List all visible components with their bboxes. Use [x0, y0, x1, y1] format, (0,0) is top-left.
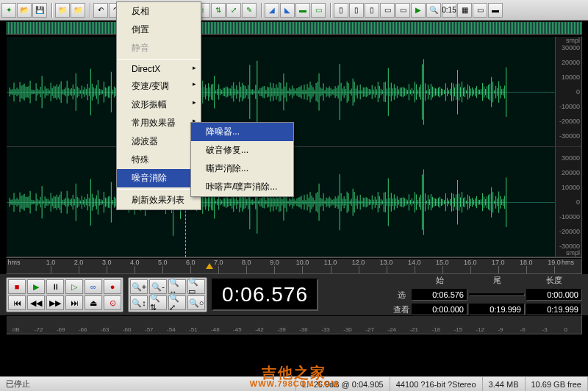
- menu-item[interactable]: 倒置: [117, 21, 201, 39]
- amp-ruler-left: smpl 30000 20000 10000 0 -10000 -20000 -…: [555, 37, 581, 146]
- pause-button[interactable]: ⏸: [46, 279, 64, 294]
- submenu-item[interactable]: 咔嗒声/噗声消除...: [191, 178, 293, 196]
- menu-item[interactable]: 常用效果器: [117, 114, 201, 132]
- tool-v3[interactable]: ▯: [365, 3, 379, 18]
- submenu-item[interactable]: 破音修复...: [191, 141, 293, 159]
- time-display: 0:06.576: [212, 279, 318, 311]
- sel-start[interactable]: 0:06.576: [412, 289, 467, 301]
- submenu-item[interactable]: 嘶声消除...: [191, 159, 293, 178]
- tool-v2[interactable]: ▯: [349, 3, 364, 18]
- play-sel-button[interactable]: ▷: [65, 279, 83, 294]
- tool-v4[interactable]: ▭: [380, 3, 395, 18]
- status-free: 10.69 GB free: [526, 377, 589, 391]
- stop-button[interactable]: ■: [8, 279, 26, 294]
- menu-item[interactable]: 特殊: [117, 151, 201, 169]
- menu-item[interactable]: 反相: [117, 2, 201, 21]
- tool-open[interactable]: 📂: [17, 3, 32, 18]
- tool-grid[interactable]: ▦: [457, 3, 472, 18]
- eject-button[interactable]: ⏏: [85, 295, 102, 310]
- zoom-controls: 🔍+ 🔍- 🔍↔ 🔍▭ 🔍↕ 🔍⇅ 🔍⤢ 🔍○: [128, 277, 207, 312]
- tool-zoom[interactable]: 🔍: [426, 3, 441, 18]
- forward-button[interactable]: ▶▶: [46, 295, 64, 310]
- tool-save[interactable]: 💾: [32, 3, 47, 18]
- status-state: 已停止: [0, 377, 296, 391]
- rewind-full-button[interactable]: ⏮: [8, 295, 26, 310]
- submenu-item[interactable]: 降噪器...: [191, 123, 293, 141]
- selection-grid: 始 尾 长度 选 0:06.576 0:00.000 查看 0:00.000 0…: [392, 273, 582, 316]
- menu-item[interactable]: 变速/变调: [117, 77, 201, 96]
- menu-item[interactable]: 刷新效果列表: [117, 191, 201, 209]
- status-size: 3.44 MB: [483, 377, 526, 391]
- zoom-fit-button[interactable]: 🔍↔: [168, 279, 186, 294]
- tool-e2[interactable]: ⇅: [211, 3, 226, 18]
- rewind-button[interactable]: ◀◀: [27, 295, 45, 310]
- time-ruler[interactable]: hms hms 1.02.03.04.05.06.07.08.09.010.01…: [6, 258, 582, 274]
- sel-end[interactable]: [469, 293, 525, 296]
- tool-f4[interactable]: ▭: [311, 3, 326, 18]
- forward-full-button[interactable]: ⏭: [65, 295, 83, 310]
- tool-time[interactable]: 0:15: [442, 3, 456, 18]
- play-button[interactable]: ▶: [27, 279, 45, 294]
- tool-f1[interactable]: ◢: [265, 3, 279, 18]
- tool-e4[interactable]: ✎: [242, 3, 257, 18]
- zoom-reset-button[interactable]: 🔍○: [187, 295, 205, 310]
- tool-f2[interactable]: ◣: [280, 3, 295, 18]
- status-lr: L: -26.9dB @ 0:04.905: [296, 377, 390, 391]
- transport-panel: ■ ▶ ⏸ ▷ ∞ ● ⏮ ◀◀ ▶▶ ⏭ ⏏ ⊙ 🔍+ 🔍- 🔍↔ 🔍▭ 🔍↕…: [0, 274, 588, 315]
- noise-submenu[interactable]: 降噪器...破音修复...嘶声消除...咔嗒声/噗声消除...: [190, 122, 294, 197]
- tool-v1[interactable]: ▯: [334, 3, 348, 18]
- tool-v5[interactable]: ▭: [395, 3, 410, 18]
- tool-f3[interactable]: ▬: [295, 3, 310, 18]
- menu-item[interactable]: 滤波器: [117, 132, 201, 151]
- tool-new[interactable]: ✦: [1, 3, 16, 18]
- level-meter: dB-72-69-66-63-60-57-54-51-48-45-42-39-3…: [6, 315, 582, 334]
- zoom-sel-button[interactable]: 🔍▭: [187, 279, 205, 294]
- amp-ruler-right: 30000 20000 10000 0 -10000 -20000 -30000…: [555, 147, 581, 257]
- zoom-in-button[interactable]: 🔍+: [130, 279, 148, 294]
- record-stop-button[interactable]: ⊙: [104, 295, 121, 310]
- status-bar: 已停止 L: -26.9dB @ 0:04.905 44100 ?16-bit …: [0, 376, 588, 391]
- tool-undo[interactable]: ↶: [93, 3, 108, 18]
- tool-e3[interactable]: ⤢: [226, 3, 241, 18]
- tool-folder1[interactable]: 📁: [55, 3, 70, 18]
- zoom-v-out-button[interactable]: 🔍⇅: [149, 295, 167, 310]
- status-format: 44100 ?16-bit ?Stereo: [390, 377, 483, 391]
- menu-item[interactable]: DirectX: [117, 61, 201, 77]
- menu-item[interactable]: 波形振幅: [117, 96, 201, 114]
- zoom-out-button[interactable]: 🔍-: [149, 279, 167, 294]
- effects-menu[interactable]: 反相倒置静音DirectX变速/变调波形振幅常用效果器滤波器特殊噪音消除刷新效果…: [116, 1, 201, 210]
- overview-strip[interactable]: [6, 21, 582, 35]
- zoom-v-fit-button[interactable]: 🔍⤢: [168, 295, 186, 310]
- time-marker[interactable]: [206, 263, 213, 269]
- transport-controls: ■ ▶ ⏸ ▷ ∞ ● ⏮ ◀◀ ▶▶ ⏭ ⏏ ⊙: [6, 277, 123, 312]
- record-button[interactable]: ●: [104, 279, 121, 294]
- tool-folder2[interactable]: 📁: [71, 3, 85, 18]
- sel-length[interactable]: 0:00.000: [526, 289, 582, 301]
- zoom-v-in-button[interactable]: 🔍↕: [130, 295, 148, 310]
- view-start[interactable]: 0:00.000: [412, 304, 467, 315]
- tool-win[interactable]: ▭: [473, 3, 487, 18]
- menu-item[interactable]: 静音: [117, 39, 201, 57]
- tool-play[interactable]: ▶: [411, 3, 426, 18]
- main-toolbar: ✦📂💾 📁📁 ↶↷ ▦⎘✂📋 ↕⇅⤢✎ ◢◣▬▭ ▯▯▯▭▭▶🔍0:15▦▭▬: [0, 0, 588, 21]
- view-end[interactable]: 0:19.999: [469, 304, 525, 315]
- view-length[interactable]: 0:19.999: [526, 304, 582, 315]
- tool-close[interactable]: ▬: [488, 3, 503, 18]
- menu-item[interactable]: 噪音消除: [117, 169, 201, 187]
- loop-button[interactable]: ∞: [85, 279, 102, 294]
